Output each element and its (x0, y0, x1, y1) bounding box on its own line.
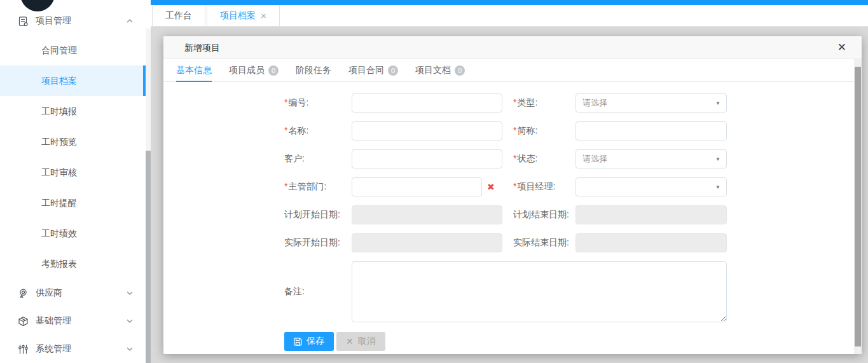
dialog-tab-label: 项目合同 (348, 65, 384, 76)
save-button[interactable]: 保存 (284, 332, 334, 351)
code-input[interactable] (352, 93, 502, 113)
form-row: *主管部门: ✖ *项目经理: ▼ (284, 177, 862, 196)
field-label: *主管部门: (284, 181, 352, 193)
chevron-up-icon (127, 19, 133, 23)
sidebar-group-label: 供应商 (36, 287, 62, 299)
sidebar-group-label: 基础管理 (36, 315, 71, 327)
sidebar-item-attendance-report[interactable]: 考勤报表 (0, 249, 146, 279)
dropdown-caret-icon: ▼ (715, 100, 720, 106)
top-accent-bar (151, 0, 868, 5)
required-mark: * (513, 97, 516, 107)
form-row: 计划开始日期: 计划结束日期: (284, 205, 862, 224)
form-row: *编号: *类型: 请选择 ▼ (284, 93, 862, 113)
save-button-label: 保存 (307, 336, 324, 347)
dialog-title: 新增项目 (184, 43, 220, 53)
sidebar-item-contract-mgmt[interactable]: 合同管理 (0, 35, 146, 65)
form-row: 客户: *状态: 请选择 ▼ (284, 149, 862, 168)
department-input[interactable] (352, 177, 482, 196)
customer-input[interactable] (352, 149, 502, 168)
content-area: 工作台 项目档案 × 新增项目 ✕ 基本信息 项目成员 (151, 0, 868, 363)
count-badge: 0 (268, 65, 279, 76)
name-input[interactable] (352, 121, 502, 140)
dialog-tab-stage-tasks[interactable]: 阶段任务 (296, 59, 331, 81)
dialog-tab-label: 项目文档 (415, 65, 451, 76)
form-row: 备注: (284, 261, 862, 322)
sidebar-group-supplier[interactable]: 供应商 (0, 279, 146, 307)
required-mark: * (284, 181, 287, 191)
sidebar-item-timesheet-remind[interactable]: 工时提醒 (0, 188, 146, 218)
tab-close-icon[interactable]: × (261, 10, 266, 21)
save-floppy-icon (294, 338, 302, 346)
required-mark: * (513, 181, 516, 191)
sidebar-group-label: 项目管理 (36, 15, 71, 27)
sidebar-scrollbar[interactable] (146, 29, 151, 363)
sidebar-group-label: 系统管理 (36, 343, 71, 355)
field-label: *编号: (284, 97, 352, 109)
required-mark: * (284, 125, 287, 135)
dialog-tabbar: 基本信息 项目成员 0 阶段任务 项目合同 0 项目文档 (163, 59, 862, 82)
dialog-tab-documents[interactable]: 项目文档 0 (415, 59, 465, 81)
dialog-close-icon[interactable]: ✕ (837, 36, 846, 59)
sidebar-group-system-mgmt[interactable]: 系统管理 (0, 335, 146, 363)
required-mark: * (513, 125, 516, 135)
count-badge: 0 (455, 65, 465, 76)
dialog-actions: 保存 ✕ 取消 (284, 332, 862, 351)
form-row: *名称: *简称: (284, 121, 862, 140)
sidebar-item-timesheet-audit[interactable]: 工时审核 (0, 157, 146, 188)
field-label: 实际开始日期: (284, 237, 352, 249)
field-label: *项目经理: (513, 181, 575, 193)
sidebar-group-project-mgmt[interactable]: 项目管理 (0, 7, 146, 35)
clear-icon[interactable]: ✖ (487, 182, 495, 192)
chevron-down-icon (127, 347, 133, 351)
sidebar-scrollbar-thumb[interactable] (146, 151, 151, 363)
dialog-tab-label: 基本信息 (176, 65, 212, 76)
dropdown-caret-icon: ▼ (715, 184, 720, 190)
field-label: *简称: (513, 125, 575, 137)
dropdown-caret-icon: ▼ (715, 156, 720, 162)
required-mark: * (513, 153, 516, 163)
short-name-input[interactable] (575, 121, 727, 140)
sidebar-group-base-mgmt[interactable]: 基础管理 (0, 307, 146, 335)
cancel-x-icon: ✕ (346, 336, 354, 346)
dialog-tab-contracts[interactable]: 项目合同 0 (348, 59, 398, 81)
project-manager-select[interactable]: ▼ (575, 177, 727, 196)
tab-label: 项目档案 (220, 10, 256, 22)
chevron-down-icon (127, 319, 133, 323)
work-area-overlay: 新增项目 ✕ 基本信息 项目成员 0 阶段任务 项目合同 (151, 27, 868, 363)
dialog-header: 新增项目 ✕ (163, 36, 862, 59)
supplier-medal-icon (18, 288, 29, 299)
cancel-button-label: 取消 (358, 336, 376, 347)
status-select[interactable]: 请选择 ▼ (575, 149, 727, 168)
cube-icon (18, 316, 29, 327)
remark-textarea[interactable] (352, 261, 727, 322)
select-placeholder: 请选择 (582, 97, 607, 109)
field-label: 计划开始日期: (284, 209, 352, 221)
dialog-scrollbar-thumb[interactable] (855, 67, 861, 346)
workspace-tabbar: 工作台 项目档案 × (151, 5, 868, 27)
planned-end-date-input (575, 205, 727, 224)
sidebar: 项目管理 合同管理 项目档案 工时填报 工时预览 工时审核 工时提醒 工时绩效 … (0, 0, 151, 363)
new-project-dialog: 新增项目 ✕ 基本信息 项目成员 0 阶段任务 项目合同 (163, 36, 862, 354)
cancel-button[interactable]: ✕ 取消 (336, 332, 385, 351)
form-row: 实际开始日期: 实际结束日期: (284, 233, 862, 252)
tab-workbench[interactable]: 工作台 (152, 5, 205, 27)
chevron-down-icon (127, 291, 133, 295)
dialog-tab-members[interactable]: 项目成员 0 (229, 59, 279, 81)
field-label: *名称: (284, 125, 352, 137)
dialog-scrollbar[interactable] (854, 59, 862, 354)
field-label: 备注: (284, 286, 352, 298)
planned-start-date-input (352, 205, 502, 224)
type-select[interactable]: 请选择 ▼ (575, 93, 727, 113)
field-label: *状态: (513, 153, 575, 165)
field-label: 实际结束日期: (513, 237, 575, 249)
sidebar-item-timesheet-preview[interactable]: 工时预览 (0, 127, 146, 157)
field-label: 客户: (284, 153, 352, 165)
dialog-tab-label: 阶段任务 (296, 65, 331, 76)
sidebar-item-timesheet-fill[interactable]: 工时填报 (0, 96, 146, 127)
actual-start-date-input (352, 233, 502, 252)
sidebar-item-timesheet-performance[interactable]: 工时绩效 (0, 218, 146, 249)
dialog-tab-basic-info[interactable]: 基本信息 (176, 59, 212, 81)
sliders-icon (18, 344, 29, 355)
sidebar-item-project-archive[interactable]: 项目档案 (0, 65, 146, 96)
tab-project-archive[interactable]: 项目档案 × (207, 5, 280, 27)
